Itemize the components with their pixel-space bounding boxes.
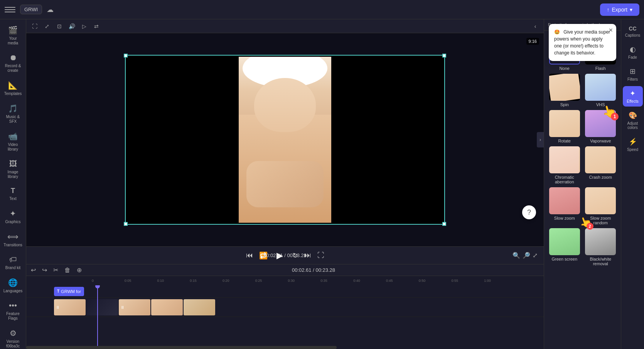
skip-back-button[interactable]: ⏮ <box>246 251 253 259</box>
sidebar-item-video-library[interactable]: 📹 Video library <box>2 129 25 155</box>
sidebar-item-feature-flags[interactable]: ••• Feature Flags <box>2 298 25 324</box>
audio-button[interactable]: 🔊 <box>66 21 77 32</box>
flip-button[interactable]: ⇄ <box>91 21 102 32</box>
effect-spin[interactable]: Spin <box>548 74 581 107</box>
play-button[interactable]: ▶ <box>274 249 286 262</box>
effect-rotate[interactable]: Rotate <box>548 110 581 143</box>
transform-button[interactable]: ⤢ <box>42 21 52 32</box>
captions-label: Captions <box>625 33 640 37</box>
sidebar-item-image-library[interactable]: 🖼 Image library <box>2 156 25 182</box>
duplicate-button[interactable]: ⊕ <box>75 266 83 274</box>
timeline-header: ↩ ↪ ✂ 🗑 ⊕ 00:02.61 / 00:23.28 <box>26 264 544 276</box>
effect-vhs[interactable]: VHS <box>584 74 617 107</box>
props-item-effects[interactable]: ✦ Effects <box>623 86 643 107</box>
sidebar-item-text[interactable]: T Text <box>2 184 25 204</box>
brand-kit-icon: 🏷 <box>9 255 17 264</box>
collapse-right-btn[interactable]: › <box>537 132 544 147</box>
topbar: GRWI ☁ ↑ Export ▾ <box>0 0 644 19</box>
redo-button[interactable]: ↪ <box>40 266 49 274</box>
effect-black-white-removal-label: Black/white removal <box>584 257 617 266</box>
playhead <box>97 285 98 346</box>
props-item-fade[interactable]: ◐ Fade <box>623 42 643 63</box>
fullscreen-button[interactable]: ⛶ <box>317 251 324 259</box>
effect-slow-zoom-random[interactable]: Slow zoom random <box>584 187 617 225</box>
resize-handle-tl[interactable] <box>124 54 128 58</box>
crop-button[interactable]: ⛶ <box>29 21 40 32</box>
effect-chromatic-aberration-thumb <box>549 146 580 173</box>
adjust-colors-icon: 🎨 <box>629 111 637 120</box>
tooltip-card: ✕ 🤩 Give your media super powers when yo… <box>549 24 616 61</box>
timeline-time-display: 00:02.61 / 00:23.28 <box>86 267 541 273</box>
left-sidebar: 🎬 Your media ⏺ Record & create 📐 Templat… <box>0 19 26 349</box>
tooltip-text: Give your media super powers when you ap… <box>554 29 610 56</box>
effect-vaporwave[interactable]: Vaporwave <box>584 110 617 143</box>
animation-button[interactable]: ▷ <box>79 21 89 32</box>
effect-black-white-removal-thumb <box>585 228 616 255</box>
next-button[interactable]: ⏭ <box>304 251 311 259</box>
sidebar-item-record-create[interactable]: ⏺ Record & create <box>2 50 25 76</box>
tooltip-close-button[interactable]: ✕ <box>609 27 613 33</box>
props-item-captions[interactable]: CC Captions <box>623 22 643 41</box>
video-clip-strip[interactable]: ⏸ ⏸ <box>54 299 215 315</box>
effect-slow-zoom[interactable]: Slow zoom 👆 2 <box>548 187 581 225</box>
effect-slow-zoom-random-thumb <box>585 187 616 214</box>
effect-green-screen[interactable]: Green screen <box>548 228 581 266</box>
record-icon: ⏺ <box>9 53 17 62</box>
export-button[interactable]: ↑ Export ▾ <box>600 3 639 16</box>
project-title[interactable]: GRWI <box>20 5 42 14</box>
effect-slow-zoom-label: Slow zoom <box>554 216 575 220</box>
main-area: 🎬 Your media ⏺ Record & create 📐 Templat… <box>0 19 644 349</box>
undo-button[interactable]: ↩ <box>29 266 37 274</box>
timeline-scrollbar[interactable] <box>26 346 544 349</box>
expand-timeline-button[interactable]: ⤢ <box>533 252 538 259</box>
cut-button[interactable]: ✂ <box>52 266 60 274</box>
resize-handle-bl[interactable] <box>124 222 128 226</box>
props-item-speed[interactable]: ⚡ Speed <box>623 134 643 155</box>
timeline-body: T GRWM for ⏸ <box>26 285 544 346</box>
canvas-frame[interactable]: GRWM for my friend's birthday <box>125 55 445 225</box>
save-icon[interactable]: ☁ <box>47 5 54 14</box>
sidebar-item-version[interactable]: ⚙ Version f06ba3c <box>2 325 25 349</box>
graphics-icon: ✦ <box>10 209 16 218</box>
zoom-out-button[interactable]: 🔍 <box>513 252 520 259</box>
props-item-adjust-colors[interactable]: 🎨 Adjust colors <box>623 108 643 133</box>
tooltip-emoji: 🤩 <box>554 29 560 35</box>
resize-button[interactable]: ⊡ <box>54 21 65 32</box>
loop-button[interactable]: 🔁 <box>259 251 268 260</box>
version-icon: ⚙ <box>10 329 17 338</box>
canvas-video-bg: GRWM for my friend's birthday <box>126 56 444 224</box>
text-icon: T <box>11 187 15 195</box>
skip-forward-button[interactable]: ↻ <box>292 251 298 260</box>
effect-crash-zoom-thumb <box>585 146 616 173</box>
sidebar-item-graphics[interactable]: ✦ Graphics <box>2 206 25 227</box>
effect-spin-label: Spin <box>560 102 569 107</box>
props-item-filters[interactable]: ⊞ Filters <box>623 64 643 85</box>
sidebar-item-templates[interactable]: 📐 Templates <box>2 78 25 99</box>
zoom-in-button[interactable]: 🔎 <box>523 252 530 259</box>
text-clip[interactable]: T GRWM for <box>54 287 84 296</box>
effect-slow-zoom-thumb <box>549 187 580 214</box>
effect-black-white-removal[interactable]: Black/white removal <box>584 228 617 266</box>
effect-rotate-label: Rotate <box>558 139 571 143</box>
effect-chromatic-aberration[interactable]: Chromatic aberration <box>548 146 581 184</box>
sidebar-item-music-sfx[interactable]: 🎵 Music & SFX <box>2 101 25 127</box>
effect-crash-zoom[interactable]: Crash zoom <box>584 146 617 184</box>
music-icon: 🎵 <box>8 104 18 113</box>
sidebar-item-transitions[interactable]: ⟺ Transitions <box>2 229 25 251</box>
sidebar-item-your-media[interactable]: 🎬 Your media <box>2 22 25 49</box>
sidebar-item-languages[interactable]: 🌐 Languages <box>2 275 25 296</box>
help-button[interactable]: ? <box>522 205 536 219</box>
image-library-icon: 🖼 <box>9 159 17 168</box>
effects-icon: ✦ <box>630 89 636 98</box>
delete-button[interactable]: 🗑 <box>63 266 72 274</box>
resize-handle-tr[interactable] <box>442 54 446 58</box>
resize-handle-br[interactable] <box>442 222 446 226</box>
collapse-left-btn[interactable]: ‹ <box>530 21 541 32</box>
effect-spin-thumb <box>549 74 580 101</box>
effect-vhs-label: VHS <box>596 102 605 107</box>
effect-crash-zoom-label: Crash zoom <box>589 175 612 180</box>
captions-icon: CC <box>629 25 636 32</box>
fade-label: Fade <box>628 55 637 59</box>
menu-button[interactable] <box>5 4 15 15</box>
sidebar-item-brand-kit[interactable]: 🏷 Brand kit <box>2 252 25 273</box>
